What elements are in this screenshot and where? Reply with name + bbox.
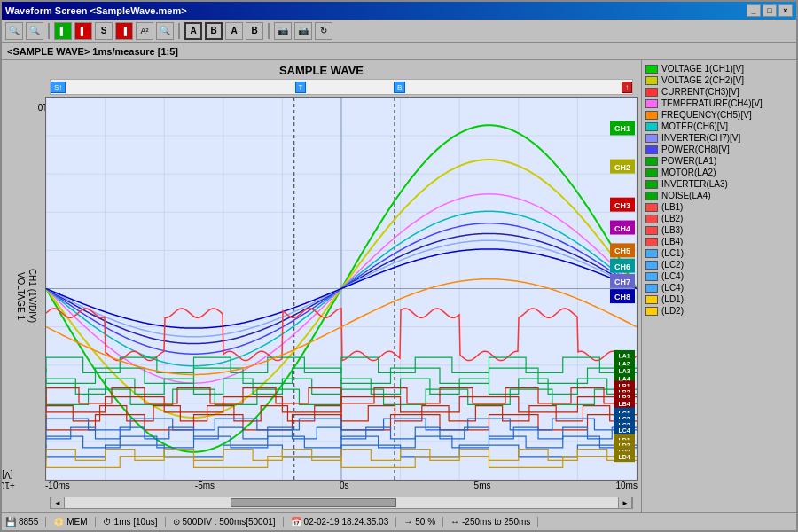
lb4-color-box — [645, 238, 658, 246]
ch5-label: FREQUENCY(CH5)[V] — [661, 110, 752, 120]
range-value: -250ms to 250ms — [462, 517, 530, 527]
legend-ch7: INVERTER(CH7)[V] — [645, 133, 793, 143]
legend-ch4: TEMPERATURE(CH4)[V] — [645, 98, 793, 108]
btn-green[interactable]: ▌ — [54, 22, 72, 40]
ld2-color-box — [645, 307, 658, 316]
title-bar-buttons: _ □ × — [747, 4, 793, 17]
scroll-right-button[interactable]: ► — [618, 497, 632, 509]
la2-color-box — [645, 168, 658, 177]
mem-type-value: MEM — [66, 517, 87, 527]
legend-ld2: (LD2) — [645, 306, 793, 316]
toolbar: 🔍 🔍 ▌ ▌ S ▐ A² 🔍 A B A B 📷 📷 ↻ — [2, 20, 796, 43]
lb1-label: (LB1) — [661, 202, 683, 212]
info-text: <SAMPLE WAVE> 1ms/measure [1:5] — [7, 46, 178, 57]
x-label-2: -5ms — [195, 481, 215, 495]
marker-end: ↑ — [622, 82, 632, 93]
div-icon: ⊙ — [173, 517, 180, 527]
legend-lb4: (LB4) — [645, 237, 793, 246]
lb4-label: (LB4) — [661, 237, 683, 246]
lb1-color-box — [645, 203, 658, 212]
la1-label: POWER(LA1) — [661, 156, 716, 166]
la1-color-box — [645, 157, 658, 166]
ch8-color-box — [645, 145, 658, 154]
ld1-color-box — [645, 295, 658, 304]
time-value: 1ms [10us] — [114, 517, 158, 527]
chart-container: +10 [V] CH1 (1V/DIV) VOLTAGE 1 -10 — [5, 97, 638, 495]
lc1-label: (LC1) — [661, 248, 684, 258]
separator2 — [178, 23, 180, 39]
window-title: Waveform Screen <SampleWave.mem> — [5, 5, 187, 16]
legend-la1: POWER(LA1) — [645, 156, 793, 166]
memory-value: 8855 — [19, 517, 38, 527]
legend-la3: INVERTER(LA3) — [645, 179, 793, 189]
chart-inner[interactable] — [45, 97, 638, 481]
btn-b2-plain[interactable]: B — [246, 22, 263, 40]
chart-title: SAMPLE WAVE — [5, 64, 638, 77]
status-memory: 💾 8855 — [5, 517, 46, 527]
range-icon: ↔ — [450, 517, 459, 527]
ch2-color-box — [645, 76, 658, 85]
horizontal-scrollbar[interactable]: ◄ ► — [50, 497, 633, 509]
zoom-in-button[interactable]: 🔍 — [26, 22, 43, 40]
calendar-icon: 📅 — [291, 517, 301, 527]
marker-b: B — [394, 82, 405, 93]
ch5-color-box — [645, 111, 658, 120]
legend-la2: MOTOR(LA2) — [645, 168, 793, 177]
legend-ld1: (LD1) — [645, 294, 793, 304]
btn-a2-plain[interactable]: A — [225, 22, 243, 40]
ch7-color-box — [645, 134, 658, 143]
btn-camera2[interactable]: 📷 — [294, 22, 312, 40]
x-label-5: 10ms — [616, 481, 638, 495]
btn-b-box[interactable]: B — [205, 22, 223, 40]
zoom-out-button[interactable]: 🔍 — [5, 22, 23, 40]
ch8-label: POWER(CH8)[V] — [661, 145, 730, 154]
status-datetime: 📅 02-02-19 18:24:35.03 — [291, 517, 397, 527]
la3-color-box — [645, 180, 658, 189]
legend-lb2: (LB2) — [645, 214, 793, 223]
legend-ch1: VOLTAGE 1(CH1)[V] — [645, 64, 793, 74]
la4-label: NOISE(LA4) — [661, 191, 711, 200]
legend-ch3: CURRENT(CH3)[V] — [645, 87, 793, 97]
legend-lc2: (LC2) — [645, 260, 793, 270]
markers-row: S↑ T B ↑ — [50, 79, 633, 95]
btn-search[interactable]: 🔍 — [156, 22, 174, 40]
lb3-label: (LB3) — [661, 225, 683, 235]
status-percent: → 50 % — [403, 517, 443, 527]
btn-refresh[interactable]: ↻ — [315, 22, 332, 40]
btn-camera1[interactable]: 📷 — [274, 22, 292, 40]
legend-ch6: MOTER(CH6)[V] — [645, 121, 793, 131]
maximize-button[interactable]: □ — [763, 4, 777, 17]
datetime-value: 02-02-19 18:24:35.03 — [304, 517, 389, 527]
ch1-label: VOLTAGE 1(CH1)[V] — [661, 64, 744, 74]
separator1 — [48, 23, 50, 39]
scroll-left-button[interactable]: ◄ — [51, 497, 65, 509]
btn-a-box[interactable]: A — [184, 22, 202, 40]
main-content: SAMPLE WAVE S↑ T B ↑ +10 [V] — [2, 60, 796, 512]
lc3-color-box — [645, 272, 658, 281]
btn-a2[interactable]: A² — [136, 22, 153, 40]
main-window: Waveform Screen <SampleWave.mem> _ □ × 🔍… — [0, 0, 798, 532]
marker-t: T — [295, 82, 307, 93]
div-value: 500DIV : 500ms[50001] — [183, 517, 276, 527]
disk-icon: 📀 — [53, 517, 64, 527]
close-button[interactable]: × — [778, 4, 793, 17]
lc1-color-box — [645, 249, 658, 258]
ch1-color-box — [645, 65, 658, 74]
lc3-label: (LC4) — [661, 271, 684, 281]
minimize-button[interactable]: _ — [747, 4, 761, 17]
btn-red[interactable]: ▌ — [74, 22, 92, 40]
ch4-color-box — [645, 99, 658, 108]
ch3-color-box — [645, 88, 658, 97]
percent-value: 50 % — [415, 517, 435, 527]
lb2-label: (LB2) — [661, 214, 683, 223]
ch6-label: MOTER(CH6)[V] — [661, 121, 728, 131]
btn-s[interactable]: S — [95, 22, 113, 40]
ch6-color-box — [645, 122, 658, 131]
y-top-value: +10 [V] — [2, 469, 15, 495]
ch4-label: TEMPERATURE(CH4)[V] — [661, 98, 763, 108]
scrollbar-thumb[interactable] — [231, 498, 396, 507]
lc4-label: (LC4) — [661, 283, 684, 293]
legend-ch8: POWER(CH8)[V] — [645, 145, 793, 154]
separator3 — [268, 23, 270, 39]
btn-marker[interactable]: ▐ — [115, 22, 133, 40]
